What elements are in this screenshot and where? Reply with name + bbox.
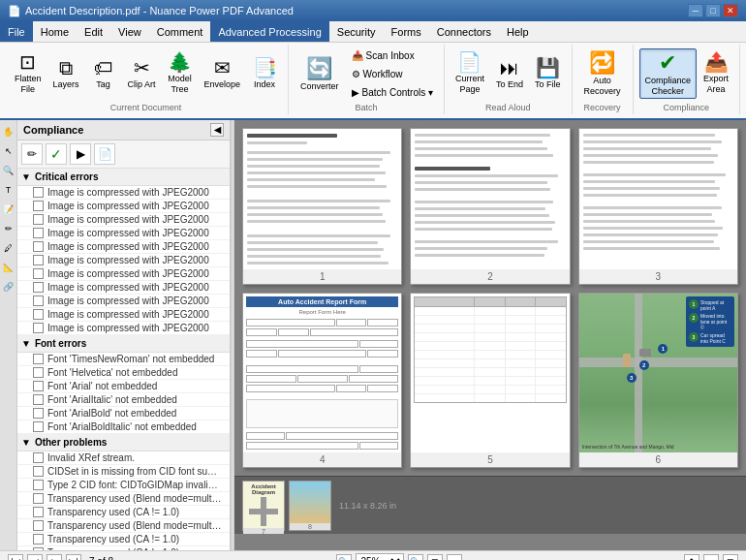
ribbon-btn-envelope[interactable]: ✉ Envelope <box>200 48 246 99</box>
tool-link[interactable]: 🔗 <box>1 277 16 296</box>
fit-width-btn[interactable]: ↔ <box>447 554 462 561</box>
list-item[interactable]: Font 'ArialItalic' not embedded <box>17 393 230 407</box>
pdf-page-6[interactable]: 1 Stopped atpoint A 2 Moved intolane at … <box>578 293 738 468</box>
thumbnail-8[interactable]: 8 <box>289 481 331 531</box>
ribbon-btn-model-tree[interactable]: 🌲 ModelTree <box>163 48 198 99</box>
list-item[interactable]: Image is compressed with JPEG2000 <box>17 213 230 227</box>
tool-shape[interactable]: 📐 <box>1 258 16 277</box>
list-item[interactable]: Image is compressed with JPEG2000 <box>17 295 230 308</box>
list-item[interactable]: Image is compressed with JPEG2000 <box>17 308 230 322</box>
item-text: Image is compressed with JPEG2000 <box>47 187 209 198</box>
ribbon-btn-flatten-file[interactable]: ⊡ FlattenFile <box>10 48 47 99</box>
tool-zoom[interactable]: 🔍 <box>1 161 16 180</box>
list-item[interactable]: Transparency used (Blend mode=multiply <box>17 519 230 533</box>
ribbon-btn-workflow[interactable]: ⚙ Workflow <box>347 65 438 82</box>
ribbon-btn-tag[interactable]: 🏷 Tag <box>86 48 121 99</box>
compliance-section-font[interactable]: ▼ Font errors <box>17 335 230 353</box>
menu-file[interactable]: File <box>0 21 33 42</box>
list-item[interactable]: Transparency used (Blend mode=multiply <box>17 492 230 506</box>
menu-security[interactable]: Security <box>329 21 384 42</box>
zoom-in-btn[interactable]: 🔍 <box>408 554 423 561</box>
list-item[interactable]: Image is compressed with JPEG2000 <box>17 200 230 213</box>
list-item[interactable]: Image is compressed with JPEG2000 <box>17 240 230 254</box>
list-item[interactable]: CIDSet in is missing from CID font subse… <box>17 465 230 479</box>
tool-select[interactable]: ✋ <box>1 122 16 141</box>
pdf-page-1[interactable]: 1 <box>242 128 402 285</box>
list-item[interactable]: Image is compressed with JPEG2000 <box>17 254 230 267</box>
comp-tool-document[interactable]: 📄 <box>94 143 115 165</box>
thumbnail-7[interactable]: Accident Diagram 7 <box>242 481 285 531</box>
scroll-vertical-btn[interactable]: ⬍ <box>684 554 699 561</box>
menu-forms[interactable]: Forms <box>384 21 429 42</box>
menu-help[interactable]: Help <box>499 21 537 42</box>
ribbon-btn-clip-art[interactable]: ✂ Clip Art <box>123 48 161 99</box>
zoom-out-btn[interactable]: 🔍 <box>336 554 352 561</box>
tool-draw[interactable]: ✏ <box>1 219 16 238</box>
nav-last-page[interactable]: ▶| <box>66 554 81 561</box>
minimize-button[interactable]: ─ <box>688 4 703 17</box>
section-critical-label: Critical errors <box>35 171 99 182</box>
list-item[interactable]: Image is compressed with JPEG2000 <box>17 186 230 200</box>
pdf-viewer[interactable]: 1 <box>234 120 746 550</box>
ribbon-btn-auto-recovery[interactable]: 🔁 AutoRecovery <box>578 48 627 99</box>
item-text: Invalid XRef stream. <box>47 452 135 463</box>
item-checkbox <box>33 296 44 306</box>
nav-prev-page[interactable]: ◀ <box>27 554 43 561</box>
pdf-page-3[interactable]: 3 <box>578 128 738 285</box>
list-item[interactable]: Image is compressed with JPEG2000 <box>17 322 230 335</box>
tool-note[interactable]: 📝 <box>1 200 16 219</box>
ribbon-btn-converter[interactable]: 🔄 Converter <box>295 48 345 99</box>
list-item[interactable]: Image is compressed with JPEG2000 <box>17 281 230 295</box>
comp-tool-pencil[interactable]: ✏ <box>21 143 43 165</box>
thumb-content-7: Accident Diagram 7 <box>242 481 285 531</box>
list-item[interactable]: Font 'ArialBold' not embedded <box>17 407 230 420</box>
comp-tool-right-arrow[interactable]: ▶ <box>70 143 91 165</box>
menu-edit[interactable]: Edit <box>77 21 110 42</box>
list-item[interactable]: Transparency used (CA != 1.0) <box>17 506 230 519</box>
ribbon-btn-index[interactable]: 📑 Index <box>247 48 282 99</box>
tool-pointer[interactable]: ↖ <box>1 141 16 161</box>
menu-comment[interactable]: Comment <box>149 21 211 42</box>
compliance-section-critical[interactable]: ▼ Critical errors <box>17 169 230 186</box>
nav-next-page[interactable]: ▶ <box>47 554 62 561</box>
ribbon-btn-current-page[interactable]: 📄 CurrentPage <box>451 48 489 99</box>
ribbon-btn-to-file[interactable]: 💾 To File <box>530 48 566 99</box>
pdf-page-5[interactable]: 5 <box>410 293 570 468</box>
ribbon-btn-layers[interactable]: ⧉ Layers <box>48 48 84 99</box>
list-item[interactable]: Font 'Helvetica' not embedded <box>17 366 230 380</box>
list-item[interactable]: Transparency used (CA != 1.0) <box>17 546 230 550</box>
pdf-page-6-content: 1 Stopped atpoint A 2 Moved intolane at … <box>579 294 737 452</box>
pdf-page-2[interactable]: 2 <box>410 128 570 285</box>
list-item[interactable]: Font 'TimesNewRoman' not embedded <box>17 353 230 366</box>
compliance-section-other[interactable]: ▼ Other problems <box>17 434 230 451</box>
ribbon-btn-batch-controls[interactable]: ▶ Batch Controls ▾ <box>347 83 438 101</box>
nav-first-page[interactable]: |◀ <box>8 554 23 561</box>
ribbon-btn-scan-inbox[interactable]: 📥 Scan Inbox <box>347 47 438 64</box>
list-item[interactable]: Font 'ArialBoldItalic' not embedded <box>17 420 230 434</box>
list-item[interactable]: Invalid XRef stream. <box>17 451 230 465</box>
list-item[interactable]: Type 2 CID font: CIDToGIDMap invalid or … <box>17 479 230 492</box>
menu-connectors[interactable]: Connectors <box>429 21 499 42</box>
scroll-horizontal-btn[interactable]: ⬌ <box>703 554 719 561</box>
maximize-button[interactable]: □ <box>705 4 721 17</box>
list-item[interactable]: Image is compressed with JPEG2000 <box>17 227 230 240</box>
menu-advanced-processing[interactable]: Advanced Processing <box>210 21 328 42</box>
menu-home[interactable]: Home <box>33 21 77 42</box>
close-button[interactable]: ✕ <box>723 4 738 17</box>
tool-text[interactable]: T <box>1 180 16 200</box>
zoom-select[interactable]: 25% 50% 75% 100% <box>356 553 404 560</box>
ribbon-btn-to-end[interactable]: ⏭ To End <box>491 48 528 99</box>
list-item[interactable]: Font 'Arial' not embedded <box>17 380 230 393</box>
fit-page-btn[interactable]: ⊞ <box>427 554 443 561</box>
view-mode-btn[interactable]: ⊟ <box>723 554 738 561</box>
pdf-page-4[interactable]: Auto Accident Report Form Report Form He… <box>242 293 402 468</box>
list-item[interactable]: Image is compressed with JPEG2000 <box>17 267 230 281</box>
menu-view[interactable]: View <box>110 21 149 42</box>
tool-pen[interactable]: 🖊 <box>1 238 16 258</box>
ribbon-btn-export-area[interactable]: 📤 ExportArea <box>699 48 733 99</box>
item-checkbox <box>33 255 44 265</box>
compliance-panel-collapse-btn[interactable]: ◀ <box>210 123 224 137</box>
ribbon-btn-compliance-checker[interactable]: ✔ ComplianceChecker <box>639 48 698 99</box>
comp-tool-check[interactable]: ✓ <box>46 143 67 165</box>
list-item[interactable]: Transparency used (CA != 1.0) <box>17 533 230 546</box>
